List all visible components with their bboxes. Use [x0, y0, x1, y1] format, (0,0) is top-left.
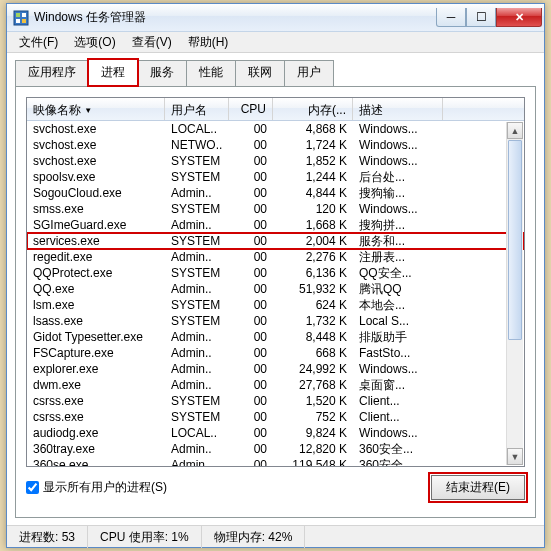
cell-name: regedit.exe — [27, 249, 165, 265]
tab-panel: 映像名称 ▼ 用户名 CPU 内存(... 描述 svchost.exeLOCA… — [15, 86, 536, 518]
show-all-users-checkbox[interactable]: 显示所有用户的进程(S) — [26, 479, 167, 496]
close-button[interactable]: ✕ — [496, 8, 542, 27]
scroll-down-button[interactable]: ▼ — [507, 448, 523, 465]
cell-desc: 后台处... — [353, 169, 443, 185]
cell-cpu: 00 — [229, 441, 273, 457]
cell-name: lsass.exe — [27, 313, 165, 329]
table-row[interactable]: SogouCloud.exeAdmin..004,844 K搜狗输... — [27, 185, 524, 201]
process-list: 映像名称 ▼ 用户名 CPU 内存(... 描述 svchost.exeLOCA… — [26, 97, 525, 467]
cell-cpu: 00 — [229, 393, 273, 409]
col-user[interactable]: 用户名 — [165, 98, 229, 120]
table-row[interactable]: svchost.exeNETWO..001,724 KWindows... — [27, 137, 524, 153]
table-row[interactable]: svchost.exeSYSTEM001,852 KWindows... — [27, 153, 524, 169]
cell-cpu: 00 — [229, 153, 273, 169]
table-row[interactable]: 360se.exeAdmin..00119,548 K360安全... — [27, 457, 524, 467]
cell-user: Admin.. — [165, 377, 229, 393]
table-row[interactable]: csrss.exeSYSTEM001,520 KClient... — [27, 393, 524, 409]
minimize-button[interactable]: ─ — [436, 8, 466, 27]
cell-mem: 24,992 K — [273, 361, 353, 377]
table-row[interactable]: QQ.exeAdmin..0051,932 K腾讯QQ — [27, 281, 524, 297]
cell-desc: Windows... — [353, 153, 443, 169]
menu-options[interactable]: 选项(O) — [66, 32, 123, 53]
cell-cpu: 00 — [229, 169, 273, 185]
menu-help[interactable]: 帮助(H) — [180, 32, 237, 53]
table-row[interactable]: QQProtect.exeSYSTEM006,136 KQQ安全... — [27, 265, 524, 281]
cell-user: SYSTEM — [165, 265, 229, 281]
cell-mem: 1,852 K — [273, 153, 353, 169]
cell-mem: 668 K — [273, 345, 353, 361]
cell-user: SYSTEM — [165, 393, 229, 409]
titlebar[interactable]: Windows 任务管理器 ─ ☐ ✕ — [7, 4, 544, 32]
cell-name: 360tray.exe — [27, 441, 165, 457]
tab-processes[interactable]: 进程 — [88, 59, 138, 86]
table-row[interactable]: FSCapture.exeAdmin..00668 KFastSto... — [27, 345, 524, 361]
cell-name: smss.exe — [27, 201, 165, 217]
cell-desc: 桌面窗... — [353, 377, 443, 393]
scroll-thumb[interactable] — [508, 140, 522, 340]
tab-applications[interactable]: 应用程序 — [15, 60, 89, 87]
show-all-users-input[interactable] — [26, 481, 39, 494]
table-row[interactable]: regedit.exeAdmin..002,276 K注册表... — [27, 249, 524, 265]
window-title: Windows 任务管理器 — [34, 9, 436, 26]
cell-cpu: 00 — [229, 329, 273, 345]
cell-mem: 2,004 K — [273, 233, 353, 249]
cell-cpu: 00 — [229, 217, 273, 233]
status-cpu-usage: CPU 使用率: 1% — [88, 526, 202, 548]
cell-cpu: 00 — [229, 361, 273, 377]
table-row[interactable]: spoolsv.exeSYSTEM001,244 K后台处... — [27, 169, 524, 185]
table-row[interactable]: SGImeGuard.exeAdmin..001,668 K搜狗拼... — [27, 217, 524, 233]
tab-networking[interactable]: 联网 — [235, 60, 285, 87]
table-row[interactable]: svchost.exeLOCAL..004,868 KWindows... — [27, 121, 524, 137]
table-row[interactable]: 360tray.exeAdmin..0012,820 K360安全... — [27, 441, 524, 457]
scroll-up-button[interactable]: ▲ — [507, 122, 523, 139]
cell-desc: Windows... — [353, 201, 443, 217]
cell-name: QQ.exe — [27, 281, 165, 297]
cell-desc: 360安全... — [353, 441, 443, 457]
col-memory[interactable]: 内存(... — [273, 98, 353, 120]
table-row[interactable]: csrss.exeSYSTEM00752 KClient... — [27, 409, 524, 425]
cell-desc: 注册表... — [353, 249, 443, 265]
cell-name: csrss.exe — [27, 393, 165, 409]
cell-name: services.exe — [27, 233, 165, 249]
cell-mem: 624 K — [273, 297, 353, 313]
table-row[interactable]: lsass.exeSYSTEM001,732 KLocal S... — [27, 313, 524, 329]
table-row[interactable]: explorer.exeAdmin..0024,992 KWindows... — [27, 361, 524, 377]
tab-users[interactable]: 用户 — [284, 60, 334, 87]
cell-name: spoolsv.exe — [27, 169, 165, 185]
menu-view[interactable]: 查看(V) — [124, 32, 180, 53]
cell-mem: 12,820 K — [273, 441, 353, 457]
vertical-scrollbar[interactable]: ▲ ▼ — [506, 122, 523, 465]
table-row[interactable]: Gidot Typesetter.exeAdmin..008,448 K排版助手 — [27, 329, 524, 345]
table-row[interactable]: smss.exeSYSTEM00120 KWindows... — [27, 201, 524, 217]
cell-cpu: 00 — [229, 137, 273, 153]
cell-cpu: 00 — [229, 297, 273, 313]
cell-cpu: 00 — [229, 409, 273, 425]
table-row[interactable]: audiodg.exeLOCAL..009,824 KWindows... — [27, 425, 524, 441]
cell-desc: Windows... — [353, 361, 443, 377]
cell-user: Admin.. — [165, 249, 229, 265]
table-row[interactable]: lsm.exeSYSTEM00624 K本地会... — [27, 297, 524, 313]
table-row[interactable]: services.exeSYSTEM002,004 K服务和... — [27, 233, 524, 249]
cell-name: QQProtect.exe — [27, 265, 165, 281]
maximize-button[interactable]: ☐ — [466, 8, 496, 27]
cell-user: Admin.. — [165, 441, 229, 457]
cell-mem: 119,548 K — [273, 457, 353, 467]
task-manager-window: Windows 任务管理器 ─ ☐ ✕ 文件(F) 选项(O) 查看(V) 帮助… — [6, 3, 545, 548]
cell-desc: Local S... — [353, 313, 443, 329]
cell-name: SogouCloud.exe — [27, 185, 165, 201]
menu-file[interactable]: 文件(F) — [11, 32, 66, 53]
cell-name: svchost.exe — [27, 121, 165, 137]
cell-mem: 752 K — [273, 409, 353, 425]
list-body[interactable]: svchost.exeLOCAL..004,868 KWindows...svc… — [27, 121, 524, 467]
tab-performance[interactable]: 性能 — [186, 60, 236, 87]
col-cpu[interactable]: CPU — [229, 98, 273, 120]
table-row[interactable]: dwm.exeAdmin..0027,768 K桌面窗... — [27, 377, 524, 393]
cell-mem: 1,668 K — [273, 217, 353, 233]
col-image-name[interactable]: 映像名称 ▼ — [27, 98, 165, 120]
cell-name: Gidot Typesetter.exe — [27, 329, 165, 345]
end-process-button[interactable]: 结束进程(E) — [431, 475, 525, 500]
col-description[interactable]: 描述 — [353, 98, 443, 120]
svg-rect-3 — [16, 19, 20, 23]
tab-services[interactable]: 服务 — [137, 60, 187, 87]
cell-cpu: 00 — [229, 345, 273, 361]
